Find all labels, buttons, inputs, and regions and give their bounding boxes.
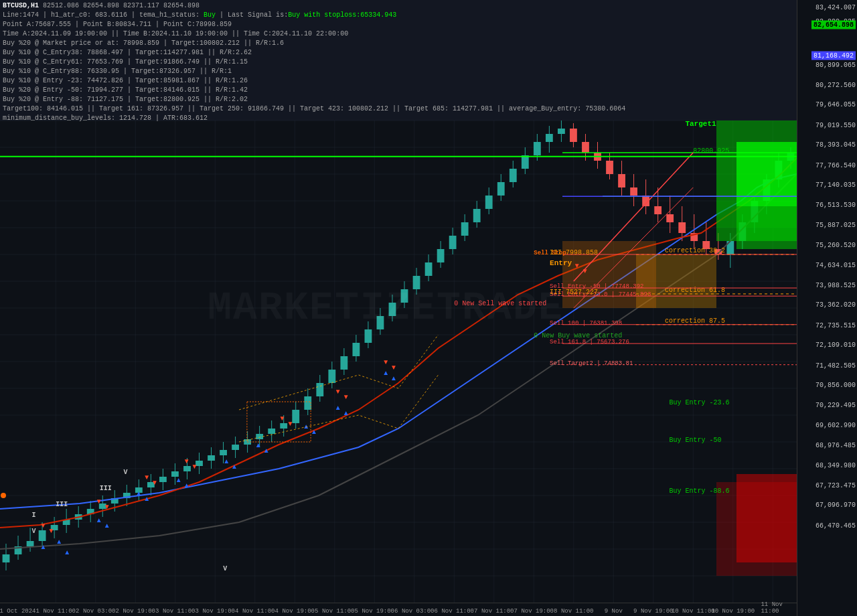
price-label: 72,735.515 xyxy=(815,321,856,329)
time-label: 11 Nov 11:00 xyxy=(761,601,785,615)
price-label: 83,424.007 xyxy=(815,4,856,11)
time-label: 10 Nov 11:00 xyxy=(672,608,715,615)
time-label: 4 Nov 11:00 xyxy=(235,608,275,615)
time-label: 5 Nov 11:00 xyxy=(315,608,354,615)
time-label: 6 Nov 03:00 xyxy=(394,608,434,615)
price-label: 73,362.020 xyxy=(815,301,856,309)
price-label: 71,482.505 xyxy=(815,362,856,369)
price-label: 67,723.475 xyxy=(815,481,856,489)
price-label: 79,019.550 xyxy=(815,121,856,129)
time-label: 3 Nov 19:00 xyxy=(196,608,235,615)
price-chart xyxy=(0,0,857,616)
time-label: 10 Nov 19:00 xyxy=(711,608,755,615)
time-label: 7 Nov 19:00 xyxy=(514,608,554,615)
time-label: 8 Nov 11:00 xyxy=(554,608,593,615)
time-label: 7 Nov 11:00 xyxy=(474,608,514,615)
price-label: 73,988.525 xyxy=(815,281,856,289)
price-label: 76,513.530 xyxy=(815,202,856,209)
time-label: 31 Oct 2024 xyxy=(0,608,36,615)
price-label: 66,470.465 xyxy=(815,522,856,529)
time-label: 1 Nov 11:00 xyxy=(36,608,76,615)
price-label: 75,260.520 xyxy=(815,242,856,249)
price-label: 81,168.492 xyxy=(811,51,856,60)
price-label: 82,654.898 xyxy=(811,20,856,29)
time-label: 9 Nov 19:00 xyxy=(633,608,673,615)
price-label: 77,766.540 xyxy=(815,161,856,169)
price-label: 79,646.055 xyxy=(815,101,856,108)
price-label: 77,140.035 xyxy=(815,181,856,189)
price-label: 75,887.025 xyxy=(815,221,856,228)
time-label: 6 Nov 11:00 xyxy=(435,608,474,615)
price-label: 68,349.980 xyxy=(815,461,856,469)
time-axis: 31 Oct 20241 Nov 11:002 Nov 03:002 Nov 1… xyxy=(0,603,797,616)
price-label: 78,393.045 xyxy=(815,141,856,149)
price-label: 70,856.000 xyxy=(815,382,856,389)
price-label: 70,229.495 xyxy=(815,402,856,409)
price-label: 80,899.065 xyxy=(815,61,856,68)
time-label: 2 Nov 19:00 xyxy=(116,608,155,615)
time-label: 9 Nov xyxy=(605,608,623,615)
chart-container: BTCUSD,H1 82512.086 82654.898 82371.117 … xyxy=(0,0,857,616)
price-label: 74,634.015 xyxy=(815,261,856,268)
time-label: 3 Nov 11:00 xyxy=(155,608,195,615)
price-label: 68,976.485 xyxy=(815,442,856,449)
time-label: 4 Nov 19:00 xyxy=(275,608,315,615)
time-label: 5 Nov 19:00 xyxy=(355,608,394,615)
time-label: 2 Nov 03:00 xyxy=(76,608,115,615)
price-axis: 83,424.00782,800.92582,654.89881,168.492… xyxy=(797,0,857,616)
price-label: 69,602.990 xyxy=(815,421,856,429)
price-label: 80,272.560 xyxy=(815,81,856,88)
price-label: 72,109.010 xyxy=(815,341,856,349)
price-label: 67,096.970 xyxy=(815,502,856,509)
